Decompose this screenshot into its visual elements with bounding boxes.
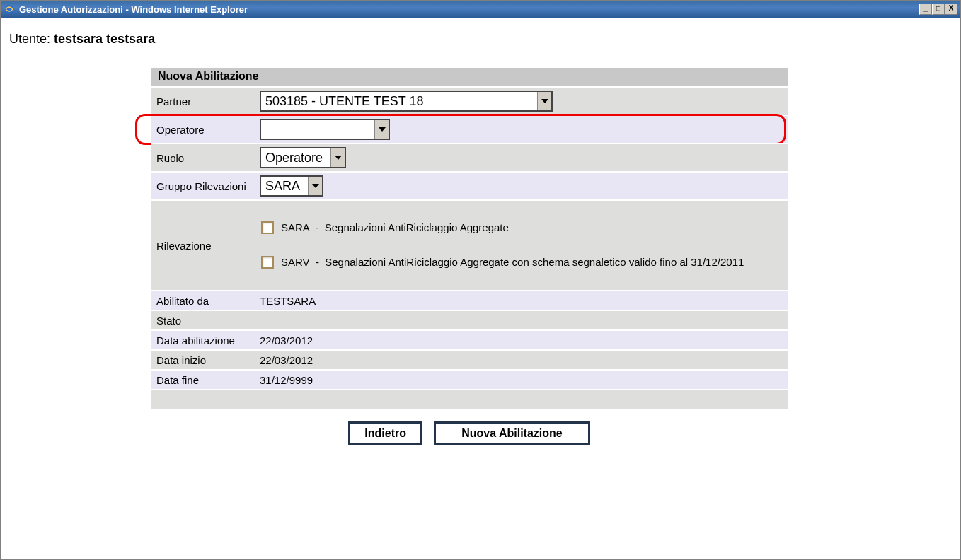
row-data-fine: Data fine 31/12/9999	[151, 369, 788, 389]
user-value: testsara testsara	[54, 32, 155, 46]
label-gruppo: Gruppo Rilevazioni	[151, 176, 257, 197]
row-abilitato-da: Abilitato da TESTSARA	[151, 290, 788, 310]
checkbox-sara[interactable]	[261, 221, 274, 234]
checkbox-sarv[interactable]	[261, 256, 274, 269]
maximize-button[interactable]: □	[932, 4, 945, 15]
rilevazione-sara-text: SARA - Segnalazioni AntiRiciclaggio Aggr…	[281, 221, 509, 235]
chevron-down-icon	[308, 177, 322, 195]
minimize-button[interactable]: _	[919, 4, 932, 15]
user-line: Utente: testsara testsara	[9, 32, 928, 47]
row-data-abilitazione: Data abilitazione 22/03/2012	[151, 329, 788, 349]
label-rilevazione: Rilevazione	[151, 235, 257, 256]
content-area: Utente: testsara testsara Nuova Abilitaz…	[1, 18, 960, 559]
label-data-inizio: Data inizio	[151, 352, 257, 368]
ie-icon	[4, 4, 15, 15]
label-operatore: Operatore	[151, 119, 257, 140]
select-partner[interactable]: 503185 - UTENTE TEST 18	[260, 91, 553, 112]
value-data-abilitazione: 22/03/2012	[257, 332, 788, 349]
row-stato: Stato	[151, 310, 788, 329]
select-gruppo[interactable]: SARA	[260, 175, 323, 197]
rilevazione-item-sarv: SARV - Segnalazioni AntiRiciclaggio Aggr…	[261, 256, 783, 269]
select-operatore[interactable]	[260, 119, 390, 140]
rilevazione-sarv-text: SARV - Segnalazioni AntiRiciclaggio Aggr…	[281, 256, 744, 269]
label-data-fine: Data fine	[151, 372, 257, 388]
label-ruolo: Ruolo	[151, 148, 257, 168]
row-spacer	[151, 389, 788, 409]
row-gruppo: Gruppo Rilevazioni SARA	[151, 171, 788, 199]
user-label: Utente:	[9, 32, 50, 46]
select-ruolo-value: Operatore	[265, 151, 328, 165]
panel-title: Nuova Abilitazione	[151, 68, 788, 86]
value-data-fine: 31/12/9999	[257, 372, 788, 388]
label-partner: Partner	[151, 91, 257, 112]
label-stato: Stato	[151, 313, 257, 329]
page: Utente: testsara testsara Nuova Abilitaz…	[5, 22, 932, 555]
row-data-inizio: Data inizio 22/03/2012	[151, 349, 788, 369]
value-abilitato-da: TESTSARA	[257, 293, 788, 309]
chevron-down-icon	[330, 148, 345, 167]
value-data-inizio: 22/03/2012	[257, 352, 788, 368]
row-ruolo: Ruolo Operatore	[151, 143, 788, 171]
select-ruolo[interactable]: Operatore	[260, 147, 346, 168]
indietro-button[interactable]: Indietro	[348, 421, 422, 445]
label-abilitato-da: Abilitato da	[151, 293, 257, 309]
buttons-row: Indietro Nuova Abilitazione	[151, 409, 788, 458]
select-gruppo-value: SARA	[265, 179, 305, 194]
chevron-down-icon	[537, 92, 551, 110]
row-operatore: Operatore	[151, 115, 788, 143]
close-button[interactable]: X	[945, 4, 957, 15]
titlebar: Gestione Autorizzazioni - Windows Intern…	[1, 1, 960, 18]
value-stato	[257, 318, 788, 322]
rilevazione-item-sara: SARA - Segnalazioni AntiRiciclaggio Aggr…	[261, 221, 783, 235]
window-title: Gestione Autorizzazioni - Windows Intern…	[19, 4, 919, 15]
ie-window: Gestione Autorizzazioni - Windows Intern…	[0, 0, 961, 560]
form-panel: Nuova Abilitazione Partner 503185 - UTEN…	[151, 68, 788, 458]
nuova-abilitazione-button[interactable]: Nuova Abilitazione	[434, 421, 590, 445]
row-partner: Partner 503185 - UTENTE TEST 18	[151, 86, 788, 115]
label-data-abilitazione: Data abilitazione	[151, 332, 257, 349]
chevron-down-icon	[374, 120, 389, 139]
window-controls: _ □ X	[919, 4, 957, 15]
row-rilevazione: Rilevazione SARA - Segnalazioni AntiRici…	[151, 199, 788, 290]
select-partner-value: 503185 - UTENTE TEST 18	[265, 94, 534, 109]
